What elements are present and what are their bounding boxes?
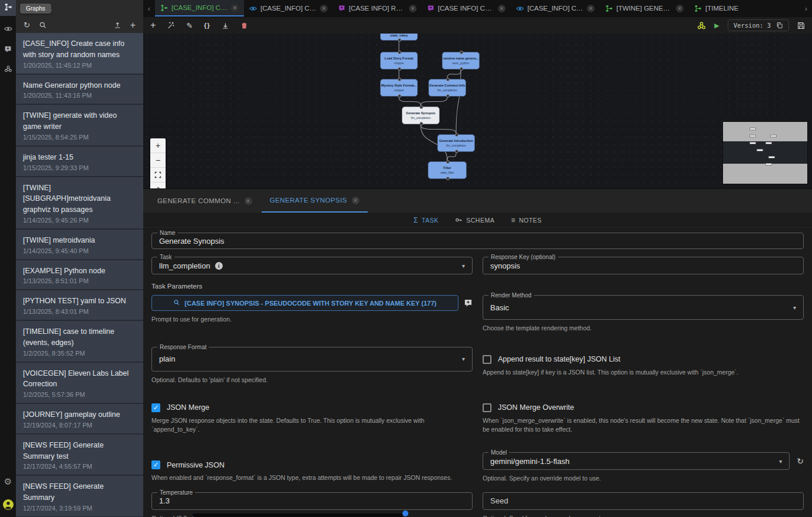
node-title: state_inkey (390, 34, 408, 38)
tab-generate-common[interactable]: GENERATE COMMON ... × (149, 189, 260, 213)
prompt-select-button[interactable]: [CASE INFO] SYNOPSIS - PSEUDOCODE WITH S… (151, 295, 458, 311)
list-item[interactable]: [NEWS FEED] Generate Summary test12/17/2… (16, 435, 143, 476)
list-item[interactable]: Name Generator python node1/20/2025, 11:… (16, 75, 143, 105)
rail-item-webhooks[interactable] (0, 62, 16, 78)
delete-icon[interactable] (240, 22, 248, 29)
name-field[interactable]: Name Generate Synopsis (151, 233, 804, 249)
edit-pen-icon[interactable]: ✎ (186, 21, 193, 30)
permissive-json-label: Permissive JSON (167, 461, 225, 469)
list-item[interactable]: [PYTHON TEST] yaml to JSON1/13/2025, 8:4… (16, 290, 143, 321)
avatar[interactable] (3, 499, 14, 510)
rail-item-viewer[interactable] (0, 22, 16, 38)
close-icon[interactable]: × (498, 5, 506, 12)
panel-resize-handle[interactable] (402, 511, 408, 516)
graph-node[interactable]: Generate Common Infollm_completion (428, 79, 466, 97)
list-item[interactable]: jinja tester 1-151/15/2025, 9:29:33 PM (16, 147, 143, 177)
close-icon[interactable]: × (587, 5, 595, 12)
webhook-run-icon[interactable] (697, 21, 706, 30)
append-result-checkbox[interactable] (483, 355, 491, 364)
fit-view-button[interactable] (150, 168, 166, 183)
graph-node[interactable]: Generate Introductionllm_completion (437, 134, 475, 152)
download-icon[interactable] (222, 22, 229, 29)
editor-tab[interactable]: [CASE_INFO] CRE...× (511, 0, 600, 16)
response-key-field[interactable]: Response Key (optional) synopsis (483, 257, 804, 274)
graph-node[interactable]: Mystery Style Format...snippet (380, 79, 418, 97)
graph-node[interactable]: random name genera...exec_python (442, 52, 480, 69)
upload-icon[interactable] (114, 21, 121, 29)
chevron-left-icon[interactable]: ‹ (143, 0, 155, 16)
model-select[interactable]: Model gemini/gemini-1.5-flash ▾ (483, 452, 790, 470)
copy-icon[interactable] (776, 22, 783, 29)
prompt-label: [CASE INFO] SYNOPSIS - PSEUDOCODE WITH S… (184, 300, 436, 307)
lock-button[interactable] (150, 183, 166, 188)
rail-item-graphs[interactable] (0, 0, 16, 16)
list-item[interactable]: [NEWS FEED] Generate Summary12/17/2024, … (16, 476, 143, 517)
field-label: Render Method (488, 291, 534, 299)
add-graph-button[interactable]: + (130, 20, 136, 31)
close-icon[interactable]: × (231, 4, 239, 12)
chevron-right-icon[interactable]: › (800, 0, 812, 16)
close-icon[interactable]: × (245, 197, 252, 205)
refresh-icon[interactable]: ↻ (24, 21, 30, 29)
seed-field[interactable]: Seed (483, 492, 804, 510)
graphs-tooltip: Graphs (20, 4, 51, 14)
tab-schema[interactable]: SCHEMA (455, 216, 494, 224)
new-prompt-icon[interactable] (464, 299, 473, 307)
graph-item-timestamp: 1/14/2025, 9:45:40 PM (23, 247, 136, 254)
chat-icon (427, 5, 434, 12)
list-item[interactable]: [TWINE] metroidvania1/14/2025, 9:45:40 P… (16, 230, 143, 260)
run-button[interactable]: ▶ (714, 22, 719, 29)
tab-notes[interactable]: ≡ NOTES (511, 216, 542, 224)
auto-layout-icon[interactable] (167, 21, 175, 29)
seed-hint: Optional. Seed for random number generat… (483, 514, 804, 517)
render-method-select[interactable]: Render Method Basic ▾ (483, 295, 804, 320)
close-icon[interactable]: × (352, 197, 359, 204)
zoom-out-button[interactable]: − (150, 153, 166, 168)
editor-tab[interactable]: [CASE INFO] REVI...× (333, 0, 422, 16)
editor-tab[interactable]: [TWINE] GENERAT...× (600, 0, 689, 16)
json-view-icon[interactable]: {} (204, 22, 210, 29)
close-icon[interactable]: × (409, 5, 417, 12)
refresh-models-icon[interactable]: ↻ (797, 456, 804, 466)
graph-node[interactable]: Load Story Formatsnippet (380, 52, 418, 69)
editor-tab[interactable]: [TIMELINE (689, 0, 800, 16)
rail-item-prompts[interactable] (0, 42, 16, 58)
node-task-type: llm_completion (437, 88, 457, 92)
graph-node[interactable]: state_inkey (380, 34, 418, 41)
editor-tab[interactable]: [CASE_INFO] CRE...× (244, 0, 333, 16)
add-node-button[interactable]: + (150, 20, 156, 31)
editor-tab[interactable]: [CASE_INFO] CRE...× (155, 0, 244, 16)
list-item[interactable]: [JOURNEY] gameplay outline12/19/2024, 8:… (16, 404, 143, 435)
list-item[interactable]: [EXAMPLE] Python node1/13/2025, 8:51:01 … (16, 260, 143, 291)
list-item[interactable]: [VOICEGEN] Eleven Labs Label Correction1… (16, 363, 143, 405)
graph-node[interactable]: Generate Synopsisllm_completion (402, 107, 440, 124)
search-icon[interactable] (39, 21, 47, 29)
json-merge-overwrite-checkbox[interactable] (483, 403, 491, 412)
graph-canvas[interactable]: + − state_inkeyLoad Story Formatsnippetr… (143, 34, 812, 188)
info-icon[interactable]: i (215, 262, 223, 270)
list-item[interactable]: [CASE_INFO] Create case info with story … (16, 33, 143, 75)
horizontal-scrollbar[interactable] (193, 513, 402, 517)
settings-button[interactable]: ⚙ (0, 473, 16, 489)
json-merge-checkbox[interactable]: ✓ (151, 403, 160, 412)
temperature-field[interactable]: Temperature 1.3 (151, 492, 473, 510)
prompt-hint: Prompt to use for generation. (151, 315, 473, 324)
minimap[interactable] (723, 122, 807, 184)
list-item[interactable]: [TWINE][SUBGRAPH]metroidvania graphviz t… (16, 177, 143, 230)
close-icon[interactable]: × (676, 5, 684, 12)
tab-task[interactable]: Σ TASK (414, 216, 439, 224)
task-select[interactable]: Task llm_completion i ▾ (151, 257, 473, 274)
chat-plus-icon (4, 45, 12, 55)
name-value: Generate Synopsis (159, 237, 796, 246)
editor-tab[interactable]: [CASE INFO] CRE...× (422, 0, 511, 16)
list-item[interactable]: [TWINE] generate with video game writer1… (16, 105, 143, 147)
save-icon[interactable] (797, 22, 805, 29)
tab-generate-synopsis[interactable]: GENERATE SYNOPSIS × (262, 189, 368, 213)
list-item[interactable]: [TIMELINE] case to timeline (events, edg… (16, 321, 143, 363)
permissive-json-checkbox[interactable]: ✓ (151, 460, 160, 469)
close-icon[interactable]: × (320, 5, 328, 12)
zoom-in-button[interactable]: + (150, 138, 166, 153)
graph-node[interactable]: Filterstate_filter (428, 161, 467, 179)
response-format-select[interactable]: Response Format plain ▾ (151, 347, 473, 372)
graph-edge (421, 125, 456, 133)
